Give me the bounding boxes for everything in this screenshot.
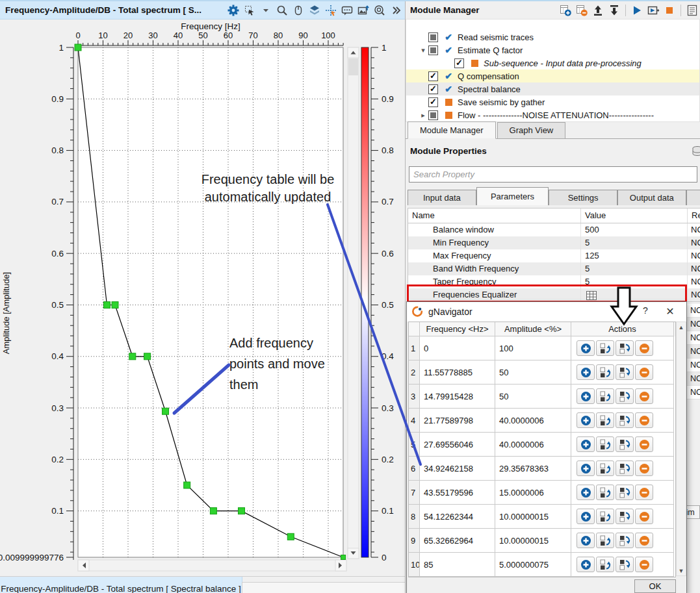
overflow-chevron-icon[interactable] — [389, 4, 402, 17]
layers-icon[interactable] — [308, 4, 321, 17]
plot-vertical-scrollbar[interactable] — [348, 47, 359, 559]
column-header[interactable]: Re — [688, 208, 700, 223]
move-row-down-button[interactable] — [616, 557, 634, 572]
spectrum-bottom-tab[interactable]: Frequency-Amplitude/DB - Total spectrum … — [0, 577, 242, 593]
zoom-icon[interactable] — [276, 4, 289, 17]
move-up-icon[interactable] — [591, 4, 604, 17]
amplitude-cell[interactable]: 5.000000075 — [495, 553, 571, 577]
module-enabled-checkbox[interactable] — [428, 84, 438, 94]
move-row-down-button[interactable] — [616, 461, 634, 476]
add-row-button[interactable] — [577, 340, 595, 356]
delete-row-button[interactable] — [635, 412, 653, 428]
delete-row-button[interactable] — [635, 340, 653, 356]
tree-expander-icon[interactable]: ▾ — [418, 46, 428, 55]
module-tree-item[interactable]: Sub-sequence - Input data pre-processing — [406, 57, 699, 69]
add-row-button[interactable] — [577, 485, 595, 500]
module-enabled-checkbox[interactable] — [428, 97, 438, 107]
database-icon[interactable] — [691, 145, 700, 158]
tab-input-data[interactable]: Input data — [408, 190, 476, 205]
move-row-up-button[interactable] — [596, 412, 614, 428]
amplitude-cell[interactable]: 29.35678363 — [495, 457, 571, 481]
move-row-down-button[interactable] — [616, 485, 634, 500]
tree-expander-icon[interactable]: ▸ — [418, 111, 428, 120]
delete-row-button[interactable] — [635, 509, 653, 524]
amplitude-cell[interactable]: 100 — [495, 336, 571, 360]
tab-module-manager[interactable]: Module Manager — [408, 121, 496, 139]
delete-row-button[interactable] — [635, 557, 653, 572]
amplitude-cell[interactable]: 50 — [495, 360, 571, 385]
amplitude-cell[interactable]: 10.00000015 — [495, 529, 571, 553]
add-row-button[interactable] — [577, 412, 595, 428]
add-row-button[interactable] — [577, 557, 595, 572]
frequency-point-marker[interactable] — [184, 482, 190, 488]
delete-row-button[interactable] — [635, 485, 653, 500]
module-tree-item[interactable]: Save seismic by gather — [406, 95, 699, 108]
module-enabled-checkbox[interactable] — [454, 58, 464, 68]
move-row-down-button[interactable] — [616, 412, 634, 428]
add-row-button[interactable] — [577, 461, 595, 476]
module-enabled-checkbox[interactable] — [428, 45, 438, 55]
amplitude-cell[interactable]: 10.00000015 — [495, 505, 571, 529]
frequency-cell[interactable]: 14.79915428 — [420, 385, 495, 409]
move-row-down-button[interactable] — [616, 509, 634, 524]
gnavigator-titlebar[interactable]: gNavigator ? ✕ — [407, 302, 686, 322]
gear-icon[interactable] — [227, 4, 240, 17]
frequency-point-marker[interactable] — [239, 508, 245, 514]
run-flow-icon[interactable] — [647, 4, 660, 17]
frequency-point-marker[interactable] — [162, 408, 169, 414]
column-header[interactable]: Actions — [571, 322, 674, 336]
frequency-point-marker[interactable] — [144, 353, 151, 360]
tab-graph-view[interactable]: Graph View — [497, 122, 566, 138]
frequency-table-scrollbar[interactable]: ▲ ▼ — [676, 322, 686, 576]
parameter-row[interactable]: Max Frequency 125NO — [408, 249, 700, 262]
module-tree-item[interactable]: ▸Flow - --------------NOISE ATTENUATION-… — [406, 108, 699, 121]
dropdown-arrow-icon[interactable] — [259, 4, 272, 17]
delete-row-button[interactable] — [635, 364, 653, 380]
move-row-up-button[interactable] — [596, 340, 614, 356]
add-row-button[interactable] — [577, 364, 595, 380]
remove-module-icon[interactable] — [575, 4, 588, 17]
parameter-value[interactable]: 5 — [581, 275, 688, 288]
module-enabled-checkbox[interactable] — [428, 32, 438, 42]
tab-settings[interactable]: Settings — [549, 190, 617, 205]
move-row-down-button[interactable] — [616, 436, 634, 452]
select-region-icon[interactable] — [243, 4, 256, 17]
report-icon[interactable] — [686, 4, 699, 17]
module-enabled-checkbox[interactable] — [428, 110, 438, 120]
frequency-cell[interactable]: 27.69556046 — [420, 433, 495, 457]
move-row-up-button[interactable] — [596, 557, 614, 572]
parameter-value[interactable]: 500 — [581, 223, 688, 236]
table-grid-icon[interactable] — [585, 290, 598, 301]
frequency-cell[interactable]: 54.12262344 — [420, 505, 495, 529]
parameter-row[interactable]: Band Width Frequency 5NO — [408, 262, 700, 275]
amplitude-cell[interactable]: 40.0000006 — [495, 409, 571, 433]
amplitude-cell[interactable]: 40.0000006 — [495, 433, 571, 457]
frequency-cell[interactable]: 43.55179596 — [420, 481, 495, 505]
module-tree-item[interactable]: ▾✔Estimate Q factor — [406, 44, 699, 57]
export-image-icon[interactable] — [357, 4, 370, 17]
search-property-input[interactable] — [409, 166, 697, 183]
tab-parameters[interactable]: Parameters — [476, 187, 549, 205]
move-down-icon[interactable] — [608, 4, 621, 17]
amplitude-cell[interactable]: 15.0000006 — [495, 481, 571, 505]
frequency-point-marker[interactable] — [104, 302, 110, 309]
amplitude-cell[interactable]: 50 — [495, 385, 571, 409]
parameter-value[interactable]: 125 — [581, 249, 688, 262]
delete-row-button[interactable] — [635, 461, 653, 476]
parameter-value[interactable] — [581, 288, 688, 301]
scroll-up-icon[interactable]: ▲ — [677, 322, 686, 332]
frequency-point-marker[interactable] — [112, 302, 118, 309]
close-icon[interactable]: ✕ — [662, 304, 679, 320]
parameter-row[interactable]: Balance window 500NO — [408, 223, 700, 236]
frequency-cell[interactable]: 0 — [420, 336, 495, 360]
move-row-up-button[interactable] — [596, 461, 614, 476]
column-header[interactable]: Frequency <Hz> — [420, 322, 495, 336]
column-header[interactable]: Name — [408, 208, 581, 223]
move-row-down-button[interactable] — [616, 364, 634, 380]
add-row-button[interactable] — [577, 388, 595, 404]
column-header[interactable]: Value — [581, 208, 688, 223]
mouse-icon[interactable] — [292, 4, 305, 17]
frequency-point-marker[interactable] — [129, 353, 136, 360]
add-module-icon[interactable] — [559, 4, 572, 17]
parameter-row[interactable]: Frequencies EqualizerNO — [408, 288, 700, 301]
